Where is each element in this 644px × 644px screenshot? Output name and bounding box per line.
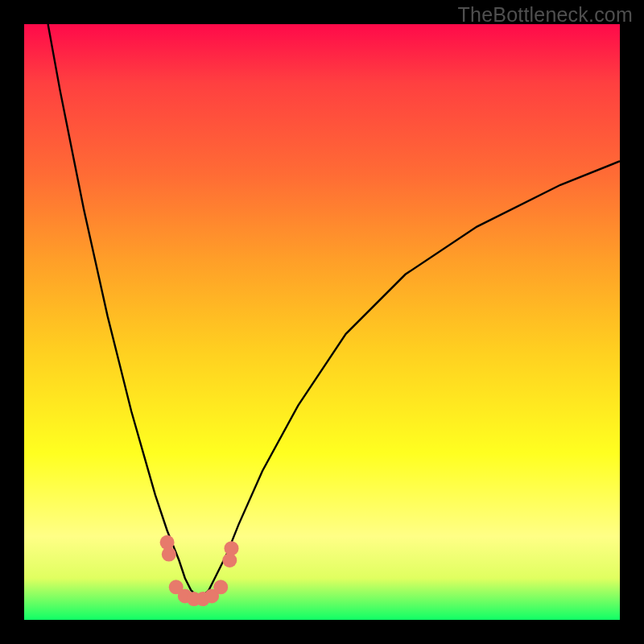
highlight-dot [162, 547, 176, 562]
watermark-text: TheBottleneck.com [458, 3, 633, 27]
curve-layer [24, 24, 620, 620]
highlight-dot [225, 541, 239, 555]
highlight-dot [213, 580, 228, 594]
v-curve-path [48, 24, 620, 596]
plot-area [24, 24, 620, 620]
chart-root: TheBottleneck.com [0, 0, 644, 644]
highlight-markers [160, 535, 239, 606]
